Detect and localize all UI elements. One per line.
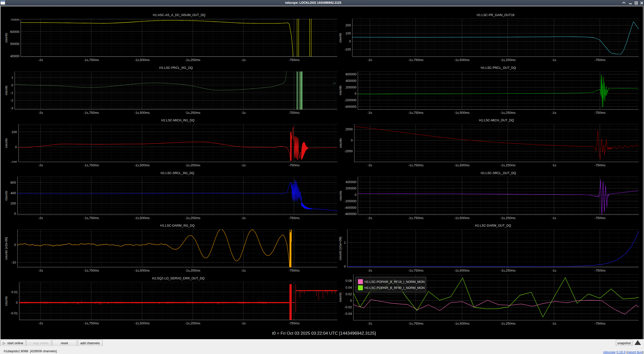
svg-text:-1s,750ms: -1s,750ms <box>408 163 424 167</box>
svg-text:H1:SQZ-LO_SERVO_ERR_OUT_DQ: H1:SQZ-LO_SERVO_ERR_OUT_DQ <box>152 277 205 280</box>
svg-text:-1s,500ms: -1s,500ms <box>454 216 470 220</box>
svg-text:-1s,750ms: -1s,750ms <box>84 111 99 115</box>
svg-text:-750ms: -750ms <box>289 111 300 115</box>
svg-text:400: 400 <box>11 191 16 195</box>
svg-text:-2s: -2s <box>38 216 43 220</box>
svg-text:-2s: -2s <box>368 58 372 62</box>
svg-text:counts: counts <box>339 33 342 43</box>
svg-text:-1s,750ms: -1s,750ms <box>408 269 424 272</box>
svg-text:2000: 2000 <box>345 127 353 131</box>
svg-text:-0.01: -0.01 <box>10 311 18 315</box>
svg-text:200: 200 <box>345 23 351 27</box>
svg-text:-1s,500ms: -1s,500ms <box>454 58 470 62</box>
svg-text:-1s,500ms: -1s,500ms <box>134 163 150 167</box>
svg-text:-1s,750ms: -1s,750ms <box>408 322 424 325</box>
svg-text:H1:LSC-PR_GAIN_OUT16: H1:LSC-PR_GAIN_OUT16 <box>477 13 514 17</box>
svg-text:600: 600 <box>11 181 16 184</box>
svg-text:0: 0 <box>351 138 353 142</box>
svg-text:-400000: -400000 <box>344 206 356 210</box>
svg-text:0.04: 0.04 <box>345 286 352 289</box>
svg-text:-2s: -2s <box>368 269 372 272</box>
svg-text:60000: 60000 <box>10 30 19 34</box>
svg-text:-750ms: -750ms <box>289 269 300 272</box>
svg-text:-1: -1 <box>10 91 13 95</box>
svg-text:-1s,250ms: -1s,250ms <box>500 322 516 325</box>
svg-text:-1s,750ms: -1s,750ms <box>84 269 99 272</box>
svg-text:100: 100 <box>11 130 17 134</box>
svg-text:100: 100 <box>345 31 351 35</box>
svg-text:-1s,250ms: -1s,250ms <box>500 58 516 62</box>
svg-text:-1s: -1s <box>241 111 246 115</box>
svg-text:-1s,500ms: -1s,500ms <box>134 216 150 220</box>
svg-text:-1s,500ms: -1s,500ms <box>454 111 470 115</box>
svg-text:-750ms: -750ms <box>289 321 300 325</box>
svg-text:-2s: -2s <box>368 111 372 115</box>
svg-text:-1s: -1s <box>552 269 556 272</box>
svg-text:-2s: -2s <box>38 269 43 272</box>
svg-text:-1s,500ms: -1s,500ms <box>134 58 150 62</box>
svg-text:-1s,250ms: -1s,250ms <box>500 163 516 167</box>
svg-text:H1:LSC-SRCL_OUT_DQ: H1:LSC-SRCL_OUT_DQ <box>481 171 516 175</box>
svg-text:-1s,750ms: -1s,750ms <box>84 321 99 325</box>
svg-text:0: 0 <box>16 301 18 305</box>
svg-text:H1:LSC-SRCL_IN1_DQ: H1:LSC-SRCL_IN1_DQ <box>161 171 194 175</box>
svg-text:-1s: -1s <box>241 269 246 272</box>
svg-text:H1:LSC-PRCL_IN1_DQ: H1:LSC-PRCL_IN1_DQ <box>159 66 193 70</box>
svg-text:-0.04: -0.04 <box>344 312 352 316</box>
svg-text:-750ms: -750ms <box>289 58 300 62</box>
svg-text:-750ms: -750ms <box>289 163 300 167</box>
svg-text:H1:LSC-MICH_OUT_DQ: H1:LSC-MICH_OUT_DQ <box>479 119 514 122</box>
svg-text:0.02: 0.02 <box>345 292 352 296</box>
svg-text:-1s: -1s <box>241 163 246 167</box>
svg-text:-1s,250ms: -1s,250ms <box>500 111 516 115</box>
svg-text:-2s: -2s <box>368 216 372 220</box>
svg-text:600000: 600000 <box>346 72 356 76</box>
svg-text:-2s: -2s <box>38 321 43 325</box>
svg-text:0: 0 <box>15 145 17 149</box>
svg-text:50000: 50000 <box>10 42 19 46</box>
svg-text:-10: -10 <box>11 261 16 264</box>
svg-text:t0 = Fri Oct 03 2025 03:22:04: t0 = Fri Oct 03 2025 03:22:04 UTC [14434… <box>272 331 376 336</box>
svg-text:counts (x1e-09): counts (x1e-09) <box>4 237 8 260</box>
svg-text:-1s,500ms: -1s,500ms <box>454 322 470 325</box>
svg-text:-2s: -2s <box>38 111 43 115</box>
svg-text:-750ms: -750ms <box>594 269 606 272</box>
svg-text:H1:LSC-POPAIR_B_RF18_I_NORM_MO: H1:LSC-POPAIR_B_RF18_I_NORM_MON <box>365 280 425 284</box>
svg-text:-1s,500ms: -1s,500ms <box>454 269 470 272</box>
svg-text:counts: counts <box>4 191 8 200</box>
svg-text:-1s,250ms: -1s,250ms <box>185 58 200 62</box>
svg-text:0: 0 <box>14 212 16 216</box>
svg-text:-1s: -1s <box>241 58 246 62</box>
svg-text:-750ms: -750ms <box>594 163 606 167</box>
svg-text:counts (x1e+06): counts (x1e+06) <box>339 237 342 260</box>
svg-text:-1s,750ms: -1s,750ms <box>408 111 424 115</box>
svg-text:counts: counts <box>339 292 342 302</box>
svg-text:-0.02: -0.02 <box>344 305 352 309</box>
svg-text:-1s: -1s <box>552 216 556 220</box>
svg-text:counts: counts <box>4 296 8 306</box>
svg-text:-2s: -2s <box>38 163 43 167</box>
svg-text:-1s,750ms: -1s,750ms <box>408 58 424 62</box>
svg-text:-2: -2 <box>10 98 13 102</box>
svg-text:-1s,500ms: -1s,500ms <box>454 163 470 167</box>
svg-text:-1s,750ms: -1s,750ms <box>84 58 99 62</box>
svg-text:0.01: 0.01 <box>11 290 18 294</box>
svg-text:-3: -3 <box>10 106 13 110</box>
svg-text:-750ms: -750ms <box>594 216 606 220</box>
svg-text:H1:LSC-DARM_OUT_DQ: H1:LSC-DARM_OUT_DQ <box>475 224 511 227</box>
svg-text:-1s: -1s <box>552 322 556 325</box>
svg-text:-1s,750ms: -1s,750ms <box>84 216 99 220</box>
svg-text:counts: counts <box>4 85 8 95</box>
svg-text:0: 0 <box>11 83 13 87</box>
svg-text:H1:LSC-DARM_IN1_DQ: H1:LSC-DARM_IN1_DQ <box>160 224 195 227</box>
svg-text:0: 0 <box>355 92 356 95</box>
svg-text:0: 0 <box>14 243 16 247</box>
svg-text:-100: -100 <box>344 47 351 51</box>
svg-text:-2s: -2s <box>38 58 43 62</box>
svg-text:counts: counts <box>4 138 8 148</box>
svg-text:0.06: 0.06 <box>345 279 352 283</box>
svg-text:-1s,250ms: -1s,250ms <box>500 269 516 272</box>
svg-text:counts: counts <box>339 138 342 148</box>
svg-text:-1s,750ms: -1s,750ms <box>84 163 99 167</box>
svg-text:H1:LSC-PRCL_OUT_DQ: H1:LSC-PRCL_OUT_DQ <box>481 66 516 70</box>
